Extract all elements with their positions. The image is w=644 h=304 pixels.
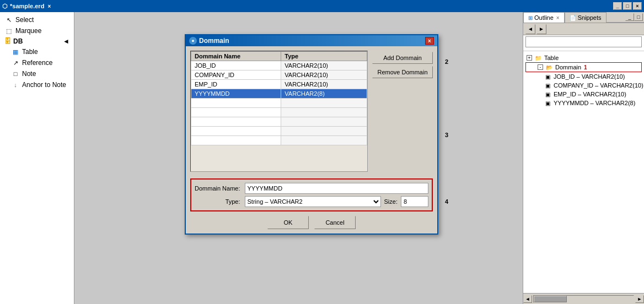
table-row[interactable]: EMP_ID VARCHAR2(10) <box>191 80 367 89</box>
domain-item-icon: ▣ <box>543 82 552 89</box>
tool-table[interactable]: ▦ Table <box>2 46 72 57</box>
tool-select-label: Select <box>15 16 34 24</box>
domain-name-cell: YYYYMMDD <box>191 89 281 99</box>
domain-name-cell: EMP_ID <box>191 80 281 89</box>
tool-anchor-note[interactable]: ↓ Anchor to Note <box>2 79 72 90</box>
table-icon: ▦ <box>11 47 20 56</box>
tool-reference[interactable]: ↗ Reference <box>2 57 72 68</box>
db-icon: 🗄 <box>4 37 11 45</box>
canvas-area[interactable]: ● Dommain × Dommain Name Type <box>74 12 523 304</box>
tool-note[interactable]: □ Note <box>2 68 72 79</box>
tool-select[interactable]: ↖ Select <box>2 14 72 25</box>
domain-item-icon: ▣ <box>543 99 552 107</box>
scroll-left-btn[interactable]: ◄ <box>523 295 532 303</box>
left-panel: ↖ Select ⬚ Marquee 🗄 DB ◄ ▦ Table ↗ Refe… <box>0 12 74 304</box>
size-label: Size: <box>384 198 398 205</box>
table-row[interactable] <box>191 108 367 117</box>
tree-item-job-id[interactable]: ▣ JOB_ID – VARCHAR2(10) <box>525 72 642 81</box>
domain-toggle[interactable]: - <box>538 64 543 70</box>
scroll-right-btn[interactable]: ► <box>635 295 644 303</box>
annotation-4: 4 <box>445 198 448 205</box>
tree-item-yyyymmdd[interactable]: ▣ YYYYMMDD – VARCHAR2(8) <box>525 99 642 107</box>
col-header-name: Dommain Name <box>191 52 281 61</box>
domain-dialog: ● Dommain × Dommain Name Type <box>185 34 438 235</box>
table-row[interactable]: JOB_ID VARCHAR2(10) <box>191 61 367 70</box>
dialog-title-bar[interactable]: ● Dommain × <box>186 35 437 46</box>
tab-controls: _ □ <box>607 12 644 23</box>
tab-snippets[interactable]: 📄 Snippets <box>565 12 607 23</box>
dialog-title-icon: ● <box>189 37 197 45</box>
annotation-3: 3 <box>445 132 448 138</box>
tree-item-emp-id[interactable]: ▣ EMP_ID – VARCHAR2(10) <box>525 90 642 99</box>
remove-domain-btn[interactable]: Remove Dommain <box>372 66 433 78</box>
table-row[interactable] <box>191 117 367 127</box>
domain-form: Dommain Name: Type: String – VARCHAR2 Nu… <box>190 178 433 211</box>
table-row[interactable]: COMPANY_ID VARCHAR2(10) <box>191 70 367 80</box>
domain-badge: 1 <box>584 64 587 70</box>
domain-item-icon: ▣ <box>543 73 552 80</box>
anchor-icon: ↓ <box>11 80 20 89</box>
reference-icon: ↗ <box>11 58 20 67</box>
annotation-2: 2 <box>445 58 448 65</box>
snippets-icon: 📄 <box>570 15 576 21</box>
db-label: DB <box>13 37 23 45</box>
domain-item-icon: ▣ <box>543 90 552 98</box>
toolbar-forward-btn[interactable]: ► <box>536 24 546 34</box>
table-row-selected[interactable]: YYYYMMDD VARCHAR2(8) <box>191 89 367 99</box>
dialog-close-btn[interactable]: × <box>425 37 434 45</box>
domain-table-container: Dommain Name Type JOB_ID VARCHAR2(10) <box>190 51 368 172</box>
tree-item-label: YYYYMMDD – VARCHAR2(8) <box>554 100 635 106</box>
cancel-btn[interactable]: Cancel <box>314 216 356 229</box>
dialog-title-label: Dommain <box>199 37 229 45</box>
db-header[interactable]: 🗄 DB ◄ <box>2 36 72 46</box>
ok-btn[interactable]: OK <box>267 216 309 229</box>
col-header-type: Type <box>281 52 367 61</box>
tool-note-label: Note <box>22 70 36 78</box>
domain-table: Dommain Name Type JOB_ID VARCHAR2(10) <box>191 51 367 145</box>
maximize-btn[interactable]: □ <box>623 2 632 10</box>
panel-max-btn[interactable]: □ <box>634 13 643 21</box>
add-domain-btn[interactable]: Add Dommain <box>372 52 433 64</box>
select-icon: ↖ <box>4 15 13 24</box>
size-input[interactable] <box>401 196 428 207</box>
close-btn[interactable]: × <box>633 2 642 10</box>
title-tab-close[interactable]: × <box>47 3 51 9</box>
tool-anchor-note-label: Anchor to Note <box>22 81 66 89</box>
domain-type-cell: VARCHAR2(10) <box>281 80 367 89</box>
tree-folder-domain[interactable]: - 📂 Dommain 1 <box>525 62 642 72</box>
tool-marquee[interactable]: ⬚ Marquee <box>2 25 72 36</box>
db-collapse-icon[interactable]: ◄ <box>63 37 69 45</box>
right-toolbar: ◄ ► <box>523 23 644 35</box>
tree-item-label: COMPANY_ID – VARCHAR2(10) <box>554 82 643 89</box>
right-panel: ⊞ Outline × 📄 Snippets _ □ ◄ ► <box>523 12 644 304</box>
tree-item-label: JOB_ID – VARCHAR2(10) <box>554 73 625 80</box>
tree-item-company-id[interactable]: ▣ COMPANY_ID – VARCHAR2(10) <box>525 81 642 90</box>
outline-tab-close[interactable]: × <box>556 15 560 21</box>
domain-name-input[interactable] <box>245 183 428 194</box>
tree-folder-table[interactable]: + 📁 Table <box>525 53 642 62</box>
toolbar-back-btn[interactable]: ◄ <box>525 24 535 34</box>
tab-outline[interactable]: ⊞ Outline × <box>523 12 565 23</box>
tool-marquee-label: Marquee <box>15 27 41 35</box>
domain-type-cell: VARCHAR2(10) <box>281 61 367 70</box>
title-label: *sample.erd <box>10 3 44 9</box>
hscrollbar-track[interactable] <box>533 295 634 303</box>
tree-item-label: EMP_ID – VARCHAR2(10) <box>554 91 626 97</box>
tool-reference-label: Reference <box>22 59 52 67</box>
table-toggle[interactable]: + <box>527 55 532 61</box>
table-folder-icon: 📁 <box>534 54 543 62</box>
minimize-btn[interactable]: _ <box>613 2 622 10</box>
type-select[interactable]: String – VARCHAR2 Number – NUMBER Date –… <box>245 196 381 207</box>
outline-tree: + 📁 Table - 📂 Dommain 1 ▣ JOB_ID – VARCH… <box>523 51 644 293</box>
name-label: Dommain Name: <box>195 185 240 192</box>
outline-search-input[interactable] <box>525 36 642 47</box>
table-row[interactable] <box>191 136 367 145</box>
table-row[interactable] <box>191 99 367 108</box>
tool-table-label: Table <box>22 48 38 56</box>
panel-min-btn[interactable]: _ <box>625 13 634 21</box>
right-scrollbar: ◄ ► <box>523 293 644 304</box>
table-row[interactable] <box>191 127 367 136</box>
right-tab-bar: ⊞ Outline × 📄 Snippets _ □ <box>523 12 644 23</box>
marquee-icon: ⬚ <box>4 26 13 35</box>
hscrollbar-thumb[interactable] <box>534 296 567 302</box>
